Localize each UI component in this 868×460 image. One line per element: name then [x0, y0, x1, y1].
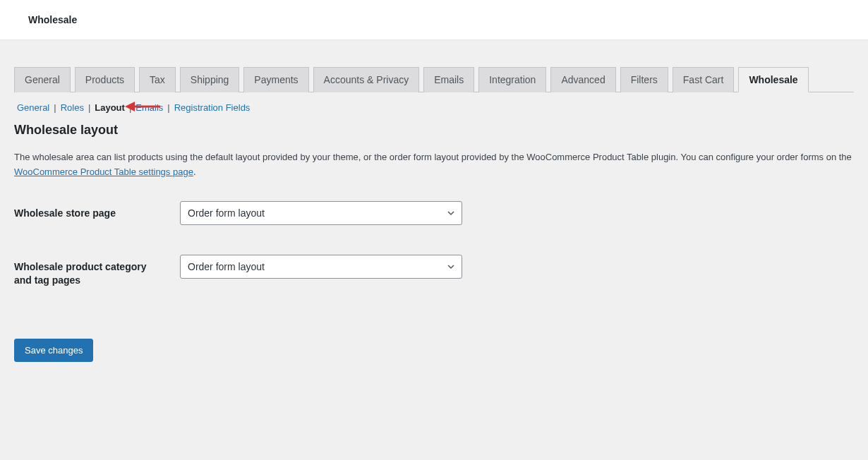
form-row-store-page: Wholesale store page Order form layout	[14, 201, 854, 225]
desc-text-2: .	[193, 167, 196, 177]
page-header: Wholesale	[0, 0, 868, 40]
tabs-nav: General Products Tax Shipping Payments A…	[14, 67, 854, 92]
select-category-pages[interactable]: Order form layout	[180, 255, 462, 279]
label-store-page: Wholesale store page	[14, 201, 180, 221]
subtab-separator: |	[52, 102, 57, 113]
tab-fast-cart[interactable]: Fast Cart	[673, 67, 735, 92]
section-description: The wholesale area can list products usi…	[14, 150, 854, 180]
page-title: Wholesale	[28, 14, 77, 25]
save-button[interactable]: Save changes	[14, 339, 93, 362]
subtab-general[interactable]: General	[14, 102, 52, 113]
tab-shipping[interactable]: Shipping	[180, 67, 240, 92]
subtab-registration[interactable]: Registration Fields	[171, 102, 253, 113]
tab-wholesale[interactable]: Wholesale	[738, 67, 808, 92]
desc-text-1: The wholesale area can list products usi…	[14, 152, 852, 162]
content-area: General Products Tax Shipping Payments A…	[0, 67, 868, 376]
select-store-page-value: Order form layout	[180, 201, 462, 225]
tab-accounts-privacy[interactable]: Accounts & Privacy	[313, 67, 420, 92]
subtab-roles[interactable]: Roles	[58, 102, 87, 113]
subtab-separator: |	[166, 102, 171, 113]
tab-payments[interactable]: Payments	[243, 67, 308, 92]
tab-products[interactable]: Products	[75, 67, 135, 92]
tab-integration[interactable]: Integration	[478, 67, 546, 92]
subtab-emails[interactable]: Emails	[133, 102, 166, 113]
tab-filters[interactable]: Filters	[620, 67, 668, 92]
section-title: Wholesale layout	[14, 123, 854, 138]
subtab-separator: |	[128, 102, 133, 113]
select-store-page[interactable]: Order form layout	[180, 201, 462, 225]
subtab-layout[interactable]: Layout	[92, 102, 128, 113]
select-category-pages-value: Order form layout	[180, 255, 462, 279]
tab-advanced[interactable]: Advanced	[550, 67, 615, 92]
tab-general[interactable]: General	[14, 67, 71, 92]
form-row-category-pages: Wholesale product category and tag pages…	[14, 255, 854, 288]
desc-settings-link[interactable]: WooCommerce Product Table settings page	[14, 167, 193, 177]
tab-tax[interactable]: Tax	[139, 67, 176, 92]
label-category-pages: Wholesale product category and tag pages	[14, 255, 180, 288]
tab-emails[interactable]: Emails	[423, 67, 474, 92]
subtabs-nav: General | Roles | Layout | Emails | Regi…	[14, 92, 854, 123]
subtab-separator: |	[87, 102, 92, 113]
